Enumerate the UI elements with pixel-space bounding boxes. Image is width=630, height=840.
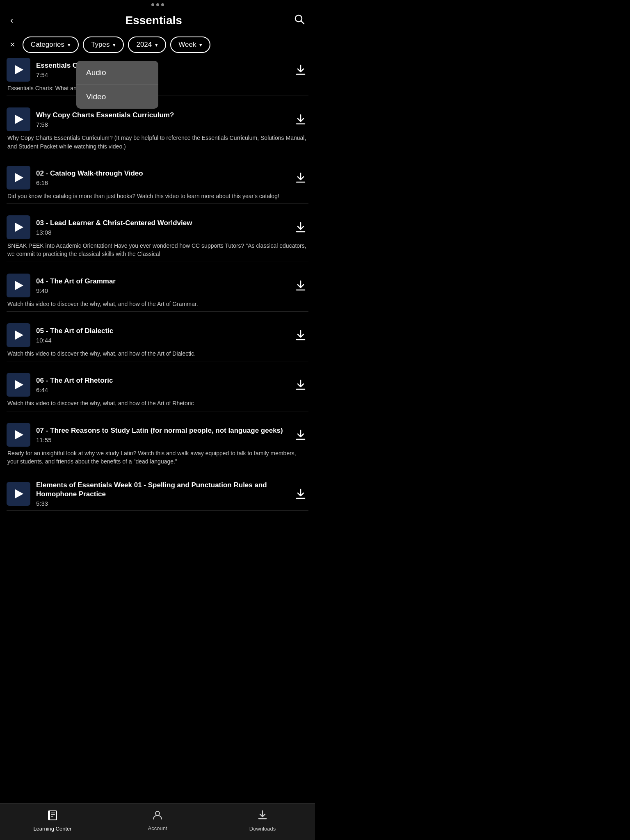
play-button[interactable] (7, 107, 30, 131)
video-info: 02 - Catalog Walk-through Video 6:16 (36, 169, 287, 186)
download-icon (294, 171, 307, 184)
status-dot-1 (151, 3, 154, 6)
download-button[interactable] (293, 488, 308, 500)
status-bar (0, 0, 315, 8)
play-triangle-icon (15, 223, 23, 232)
status-dots (151, 3, 164, 6)
list-item: 05 - The Art of Dialectic 10:44 Watch th… (7, 323, 308, 369)
play-button[interactable] (7, 274, 30, 297)
types-filter-button[interactable]: Types ▾ (83, 37, 124, 53)
page-title: Essentials (15, 14, 292, 27)
search-icon (294, 14, 305, 25)
video-description: Watch this video to discover the why, wh… (7, 300, 308, 308)
play-button[interactable] (7, 166, 30, 189)
video-duration: 5:33 (36, 500, 287, 507)
divider (7, 411, 308, 411)
header: ‹ Essentials (0, 8, 315, 33)
video-title: 06 - The Art of Rhetoric (36, 376, 287, 385)
divider (7, 311, 308, 312)
play-triangle-icon (15, 173, 23, 182)
back-button[interactable]: ‹ (8, 13, 15, 28)
video-row: 02 - Catalog Walk-through Video 6:16 (7, 166, 308, 189)
video-info: Why Copy Charts Essentials Curriculum? 7… (36, 111, 287, 128)
video-description: Watch this video to discover the why, wh… (7, 399, 308, 407)
video-title: 04 - The Art of Grammar (36, 277, 287, 286)
video-title: Essentials Charts - What and How (36, 61, 287, 70)
download-button[interactable] (293, 171, 308, 184)
video-duration: 6:44 (36, 386, 287, 393)
play-button[interactable] (7, 373, 30, 397)
play-button[interactable] (7, 323, 30, 347)
video-description: Ready for an insightful look at why we s… (7, 449, 308, 466)
video-row: 06 - The Art of Rhetoric 6:44 (7, 373, 308, 397)
search-button[interactable] (292, 12, 307, 29)
types-chevron: ▾ (113, 42, 116, 48)
video-title: Elements of Essentials Week 01 - Spellin… (36, 481, 287, 499)
video-option[interactable]: Video (76, 85, 158, 109)
video-title: 07 - Three Reasons to Study Latin (for n… (36, 426, 287, 435)
play-button[interactable] (7, 215, 30, 239)
video-row: 03 - Lead Learner & Christ-Centered Worl… (7, 215, 308, 239)
year-label: 2024 (136, 41, 152, 49)
download-button[interactable] (293, 113, 308, 126)
play-triangle-icon (15, 115, 23, 124)
clear-filters-button[interactable]: × (7, 38, 18, 52)
video-row: Why Copy Charts Essentials Curriculum? 7… (7, 107, 308, 131)
audio-option[interactable]: Audio (76, 61, 158, 85)
video-duration: 6:16 (36, 179, 287, 186)
week-filter-button[interactable]: Week ▾ (170, 37, 210, 53)
video-duration: 7:58 (36, 121, 287, 128)
divider (7, 510, 308, 511)
filter-bar: × Categories ▾ Types ▾ 2024 ▾ Week ▾ (0, 33, 315, 58)
video-duration: 9:40 (36, 287, 287, 294)
list-item: 02 - Catalog Walk-through Video 6:16 Did… (7, 166, 308, 211)
download-icon (294, 329, 307, 341)
download-button[interactable] (293, 329, 308, 341)
video-info: Elements of Essentials Week 01 - Spellin… (36, 481, 287, 507)
types-dropdown: Audio Video (76, 61, 158, 109)
play-button[interactable] (7, 423, 30, 447)
status-dot-3 (161, 3, 164, 6)
download-icon (294, 488, 307, 500)
categories-chevron: ▾ (68, 42, 71, 48)
play-button[interactable] (7, 482, 30, 506)
download-button[interactable] (293, 429, 308, 441)
video-description: SNEAK PEEK into Academic Orientation! Ha… (7, 242, 308, 258)
video-row: Elements of Essentials Week 01 - Spellin… (7, 481, 308, 507)
video-duration: 7:54 (36, 71, 287, 78)
categories-filter-button[interactable]: Categories ▾ (23, 37, 79, 53)
list-item: Why Copy Charts Essentials Curriculum? 7… (7, 107, 308, 162)
divider (7, 361, 308, 361)
play-triangle-icon (15, 489, 23, 498)
list-item: 06 - The Art of Rhetoric 6:44 Watch this… (7, 373, 308, 418)
divider (7, 262, 308, 262)
video-title: Why Copy Charts Essentials Curriculum? (36, 111, 287, 120)
svg-line-1 (301, 21, 304, 24)
status-dot-2 (156, 3, 159, 6)
download-button[interactable] (293, 379, 308, 391)
types-label: Types (91, 41, 110, 49)
video-info: Essentials Charts - What and How 7:54 (36, 61, 287, 78)
video-row: 07 - Three Reasons to Study Latin (for n… (7, 423, 308, 447)
download-icon (294, 379, 307, 391)
list-item: 04 - The Art of Grammar 9:40 Watch this … (7, 274, 308, 319)
download-icon (294, 221, 307, 233)
year-chevron: ▾ (155, 42, 158, 48)
week-chevron: ▾ (199, 42, 202, 48)
video-info: 04 - The Art of Grammar 9:40 (36, 277, 287, 294)
play-triangle-icon (15, 380, 23, 389)
play-triangle-icon (15, 430, 23, 439)
video-description: Watch this video to discover the why, wh… (7, 349, 308, 358)
video-description: Why Copy Charts Essentials Curriculum? (… (7, 134, 308, 151)
download-icon (294, 429, 307, 441)
video-row: 05 - The Art of Dialectic 10:44 (7, 323, 308, 347)
download-button[interactable] (293, 221, 308, 233)
play-button[interactable] (7, 58, 30, 82)
video-title: 05 - The Art of Dialectic (36, 326, 287, 336)
divider (7, 154, 308, 154)
video-duration: 11:55 (36, 436, 287, 443)
year-filter-button[interactable]: 2024 ▾ (128, 37, 166, 53)
download-button[interactable] (293, 279, 308, 292)
video-description: Did you know the catalog is more than ju… (7, 192, 308, 200)
download-button[interactable] (293, 64, 308, 76)
